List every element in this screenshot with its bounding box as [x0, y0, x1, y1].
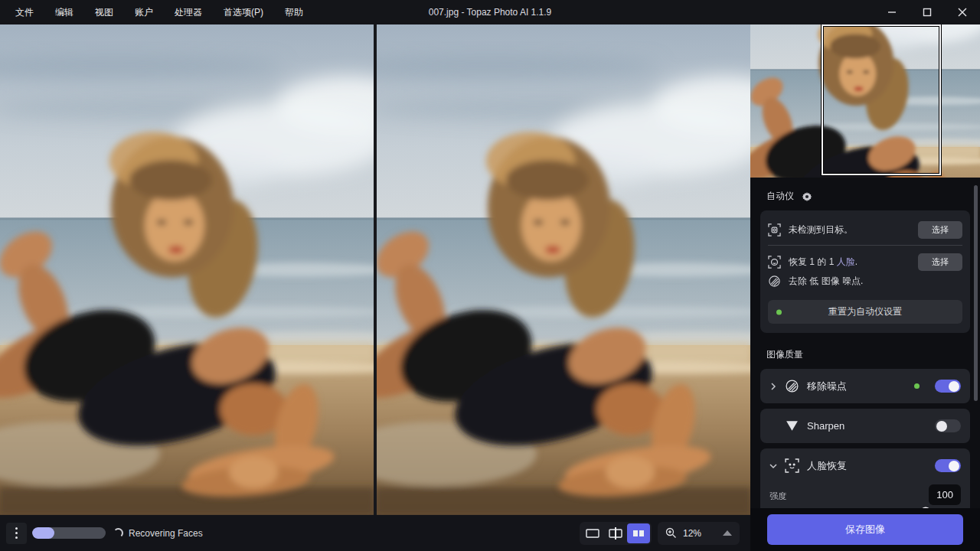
- reset-autopilot-button[interactable]: 重置为自动仪设置: [768, 300, 962, 324]
- green-status-dot: [776, 309, 782, 315]
- maximize-icon: [923, 8, 932, 17]
- face-recovery-toggle[interactable]: [935, 459, 961, 472]
- remove-noise-header[interactable]: 移除噪点: [769, 369, 961, 403]
- menu-processor[interactable]: 处理器: [167, 3, 210, 22]
- noise-remove-text: 去除 低 图像 噪点.: [789, 275, 962, 288]
- sharpen-card: Sharpen: [760, 409, 970, 443]
- zoom-caret-up-icon[interactable]: [723, 530, 732, 536]
- zoom-in-icon[interactable]: [665, 527, 677, 539]
- view-mode-group: [580, 522, 652, 545]
- autopilot-header: 自动仪: [766, 190, 794, 203]
- menu-view[interactable]: 视图: [87, 3, 121, 22]
- before-image-pane[interactable]: [0, 24, 374, 515]
- gear-icon[interactable]: [802, 191, 812, 202]
- face-text-post: .: [855, 256, 858, 267]
- menu-edit[interactable]: 编辑: [47, 3, 81, 22]
- face-detect-icon: [768, 256, 781, 269]
- progress-bar: [32, 527, 106, 539]
- status-text: Recovering Faces: [129, 528, 203, 539]
- navigator-viewport-rect[interactable]: [822, 24, 941, 175]
- chevron-down-icon: [769, 462, 777, 470]
- select-subject-button[interactable]: 选择: [918, 221, 962, 239]
- face-recovery-icon: [785, 458, 799, 473]
- minimize-icon: [887, 8, 897, 17]
- kebab-menu-button[interactable]: [6, 523, 27, 544]
- strength-value[interactable]: 100: [929, 484, 961, 505]
- right-panel: 自动仪 未检测到目标。 选择 恢复 1 的 1 人脸. 选择: [750, 24, 980, 551]
- panel-scrollbar[interactable]: [974, 185, 978, 401]
- beach-photo: [0, 24, 374, 515]
- menu-bar: 文件 编辑 视图 账户 处理器 首选项(P) 帮助: [0, 3, 311, 22]
- face-text-pre: 恢复 1 的 1: [789, 256, 837, 267]
- beach-photo: [377, 24, 750, 515]
- face-recover-text: 恢复 1 的 1 人脸.: [789, 256, 910, 269]
- progress-fill: [32, 527, 54, 539]
- split-view-icon: [609, 527, 622, 540]
- settings-panel: 自动仪 未检测到目标。 选择 恢复 1 的 1 人脸. 选择: [750, 178, 980, 508]
- divider: [768, 245, 962, 246]
- title-bar: 文件 编辑 视图 账户 处理器 首选项(P) 帮助 007.jpg - Topa…: [0, 0, 980, 24]
- side-by-side-view-icon: [632, 528, 645, 539]
- maximize-button[interactable]: [910, 0, 945, 24]
- save-image-button[interactable]: 保存图像: [767, 514, 963, 545]
- face-recovery-label: 人脸恢复: [807, 459, 927, 473]
- sharpen-label: Sharpen: [807, 420, 927, 432]
- status-bar: Recovering Faces 12%: [0, 515, 750, 551]
- strength-label: 强度: [769, 491, 786, 502]
- image-quality-header: 图像质量: [760, 333, 970, 369]
- minimize-button[interactable]: [874, 0, 910, 24]
- reset-autopilot-label: 重置为自动仪设置: [828, 306, 902, 317]
- denoise-icon: [785, 379, 799, 393]
- face-text-link[interactable]: 人脸: [837, 256, 855, 267]
- navigator-thumbnail[interactable]: [750, 24, 980, 178]
- select-face-button[interactable]: 选择: [918, 253, 962, 271]
- window-controls: [874, 0, 980, 24]
- after-image-pane[interactable]: [377, 24, 750, 515]
- close-icon: [958, 8, 967, 17]
- zoom-control: 12%: [658, 522, 740, 545]
- green-status-dot: [914, 383, 920, 389]
- spinner-icon: [113, 528, 123, 538]
- side-by-side-view-button[interactable]: [627, 523, 650, 543]
- subject-detect-icon: [768, 223, 781, 236]
- zoom-level-value[interactable]: 12%: [683, 528, 706, 539]
- window-title: 007.jpg - Topaz Photo AI 1.1.9: [429, 7, 552, 18]
- face-recovery-card: 人脸恢复 强度 100 1人脸选择 选择: [760, 448, 970, 508]
- no-target-text: 未检测到目标。: [789, 223, 910, 236]
- sharpen-icon: [785, 419, 799, 433]
- chevron-right-icon: [769, 383, 777, 390]
- menu-preferences[interactable]: 首选项(P): [216, 3, 271, 22]
- denoise-icon: [768, 275, 781, 288]
- face-recovery-header[interactable]: 人脸恢复: [769, 448, 961, 483]
- remove-noise-toggle[interactable]: [935, 380, 961, 393]
- remove-noise-card: 移除噪点: [760, 369, 970, 403]
- menu-file[interactable]: 文件: [8, 3, 41, 22]
- save-footer: 保存图像: [750, 508, 980, 551]
- close-button[interactable]: [945, 0, 980, 24]
- single-view-button[interactable]: [581, 523, 604, 543]
- autopilot-card: 未检测到目标。 选择 恢复 1 的 1 人脸. 选择 去除 低 图像 噪点. 重…: [760, 210, 970, 333]
- sharpen-header[interactable]: Sharpen: [769, 409, 961, 443]
- split-view-button[interactable]: [604, 523, 627, 543]
- single-view-icon: [586, 528, 599, 539]
- menu-account[interactable]: 账户: [127, 3, 161, 22]
- sharpen-toggle[interactable]: [935, 419, 961, 432]
- menu-help[interactable]: 帮助: [277, 3, 311, 22]
- comparison-canvas: [0, 24, 750, 515]
- remove-noise-label: 移除噪点: [807, 380, 906, 393]
